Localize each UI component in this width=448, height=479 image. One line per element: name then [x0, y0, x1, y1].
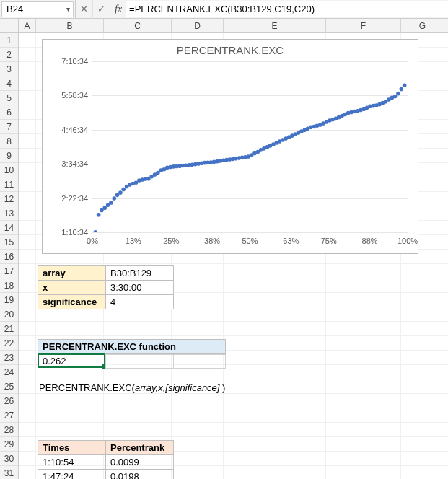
cell[interactable] — [36, 394, 104, 408]
cell[interactable] — [19, 278, 36, 292]
table-row[interactable]: array B30:B129 — [38, 266, 174, 281]
row-header[interactable]: 28 — [0, 423, 18, 437]
cell[interactable] — [401, 351, 444, 364]
cell[interactable] — [326, 278, 401, 292]
cell[interactable] — [172, 293, 224, 307]
cell[interactable] — [19, 365, 36, 379]
cell[interactable] — [224, 278, 326, 292]
cell[interactable] — [172, 264, 224, 278]
row-header[interactable]: 20 — [0, 307, 18, 322]
confirm-icon[interactable]: ✓ — [93, 0, 110, 19]
cell[interactable] — [19, 105, 36, 119]
row-header[interactable]: 18 — [0, 278, 18, 293]
cell[interactable] — [224, 394, 326, 408]
cell[interactable] — [326, 408, 401, 422]
col-header[interactable]: A — [19, 19, 36, 32]
row-header[interactable]: 14 — [0, 221, 18, 235]
cell[interactable] — [19, 235, 36, 249]
col-header[interactable]: B — [36, 19, 104, 32]
formula-input[interactable] — [126, 1, 448, 17]
cell[interactable] — [326, 351, 401, 364]
row-header[interactable]: 4 — [0, 76, 18, 91]
cell[interactable] — [104, 423, 172, 436]
cell[interactable] — [401, 466, 444, 479]
row-header[interactable]: 2 — [0, 48, 18, 62]
cell[interactable] — [174, 355, 226, 369]
row-header[interactable]: 7 — [0, 120, 18, 134]
cell[interactable] — [326, 466, 401, 479]
cell[interactable] — [224, 365, 326, 379]
cell[interactable] — [19, 336, 36, 350]
cell[interactable] — [224, 264, 326, 278]
cell[interactable] — [19, 33, 36, 47]
row-header[interactable]: 11 — [0, 177, 18, 192]
cell[interactable] — [326, 322, 401, 335]
cell[interactable] — [326, 307, 401, 321]
cell[interactable] — [172, 307, 224, 321]
row-header[interactable]: 23 — [0, 351, 18, 365]
cell[interactable] — [19, 120, 36, 133]
cell[interactable] — [172, 322, 224, 335]
cell[interactable] — [401, 408, 444, 422]
cell[interactable] — [224, 351, 326, 364]
cell[interactable] — [401, 437, 444, 451]
cell[interactable] — [19, 163, 36, 177]
row-header[interactable]: 12 — [0, 192, 18, 206]
row-header[interactable]: 16 — [0, 250, 18, 264]
table-row[interactable]: PERCENTRANK.EXC function — [38, 340, 226, 354]
row-header[interactable]: 30 — [0, 452, 18, 466]
cell[interactable] — [224, 408, 326, 422]
cell[interactable] — [172, 437, 224, 451]
cell[interactable] — [401, 365, 444, 379]
cell[interactable] — [224, 423, 326, 436]
row-header[interactable]: 13 — [0, 206, 18, 221]
row-header[interactable]: 29 — [0, 437, 18, 452]
row-header[interactable]: 25 — [0, 379, 18, 394]
row-header[interactable]: 21 — [0, 322, 18, 336]
cell[interactable] — [224, 379, 326, 393]
row-header[interactable]: 24 — [0, 365, 18, 379]
cell[interactable] — [172, 278, 224, 292]
cell[interactable] — [19, 394, 36, 408]
table-row[interactable]: 1:47:24 0.0198 — [38, 470, 174, 480]
cell[interactable] — [326, 423, 401, 436]
col-header[interactable]: E — [224, 19, 326, 32]
row-header[interactable]: 5 — [0, 91, 18, 105]
col-header[interactable]: C — [104, 19, 172, 32]
table-row[interactable]: Times Percentrank — [38, 441, 174, 455]
cell[interactable] — [19, 351, 36, 364]
chevron-down-icon[interactable]: ▾ — [66, 5, 70, 13]
row-header[interactable]: 26 — [0, 394, 18, 408]
cell[interactable] — [172, 466, 224, 479]
cell[interactable] — [326, 437, 401, 451]
cell[interactable] — [401, 423, 444, 436]
row-header[interactable]: 9 — [0, 149, 18, 163]
cell[interactable] — [19, 192, 36, 206]
cell[interactable] — [19, 307, 36, 321]
cell[interactable] — [401, 278, 444, 292]
cell[interactable] — [19, 264, 36, 278]
col-header[interactable]: F — [326, 19, 401, 32]
cell[interactable] — [172, 452, 224, 465]
cell[interactable] — [104, 322, 172, 335]
cell[interactable] — [401, 293, 444, 307]
fx-icon[interactable]: fx — [110, 4, 126, 15]
cell[interactable] — [326, 394, 401, 408]
table-row[interactable]: x 3:30:00 — [38, 281, 174, 295]
cell[interactable] — [401, 394, 444, 408]
row-header[interactable]: 27 — [0, 408, 18, 423]
row-header[interactable]: 8 — [0, 134, 18, 149]
cell[interactable] — [19, 149, 36, 162]
cell[interactable] — [224, 336, 326, 350]
cell[interactable] — [19, 177, 36, 191]
cell[interactable] — [401, 307, 444, 321]
cell[interactable] — [401, 322, 444, 335]
table-row[interactable]: significance 4 — [38, 295, 174, 309]
cell[interactable] — [36, 322, 104, 335]
cell[interactable] — [224, 322, 326, 335]
row-header[interactable]: 31 — [0, 466, 18, 479]
cell[interactable] — [19, 293, 36, 307]
row-header[interactable]: 17 — [0, 264, 18, 278]
cell[interactable] — [36, 408, 104, 422]
cell[interactable] — [104, 394, 172, 408]
